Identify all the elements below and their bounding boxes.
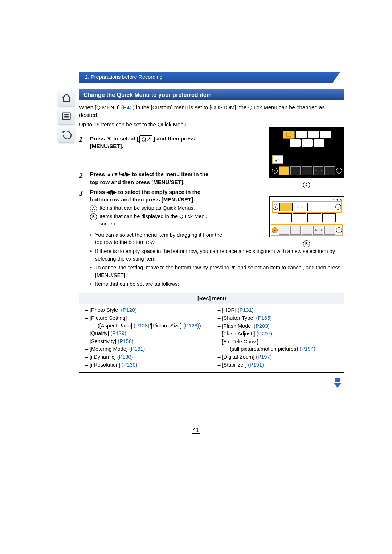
- rec-menu-col-left: [Photo Style] (P120)[Picture Setting]([A…: [79, 304, 212, 372]
- page-ref-link[interactable]: (P131): [238, 307, 254, 313]
- step-2-number: 2: [79, 170, 90, 186]
- svg-rect-8: [335, 380, 340, 382]
- annotations: AItems that can be setup as Quick Menus.…: [90, 204, 217, 228]
- page-ref-link[interactable]: (P130): [117, 354, 133, 360]
- intro-p1a: When [Q.MENU]: [79, 104, 121, 110]
- rec-menu-item: [Picture Setting]: [85, 314, 208, 322]
- row2-slot3: [307, 213, 321, 222]
- rec-menu-item: [Sensitivity] (P158): [85, 338, 208, 345]
- badge-vivd: [296, 131, 307, 138]
- slot-5: [324, 166, 335, 175]
- badge-mono: [320, 131, 331, 138]
- page-ref-link[interactable]: (P197): [256, 354, 272, 360]
- home-icon[interactable]: [58, 90, 75, 106]
- rec-menu-item: [Quality] (P129): [85, 330, 208, 337]
- row-mid: [272, 213, 342, 222]
- row3-left-arrow: ‹: [272, 227, 278, 233]
- rec-menu-col-right: [HDR] (P131)[Shutter Type] (P165)[Flash …: [212, 304, 344, 372]
- page-ref-link[interactable]: (P120): [121, 307, 137, 313]
- rec-menu-item: [Flash Mode] (P203): [218, 322, 341, 330]
- main-content: Change the Quick Menu to your preferred …: [79, 89, 344, 373]
- annotation-A: Items that can be setup as Quick Menus.: [99, 204, 195, 212]
- step-1-number: 1: [79, 134, 90, 150]
- row3-slot5: [324, 226, 335, 235]
- page-ref-link[interactable]: (P161): [129, 346, 145, 352]
- row1-slot3: [307, 203, 320, 211]
- row1-slot1: [279, 203, 293, 211]
- label-A: A: [269, 180, 344, 188]
- row2-slot1: [278, 213, 292, 222]
- page-ref-link[interactable]: (P158): [118, 338, 134, 344]
- page-ref-link[interactable]: (P194): [299, 346, 315, 352]
- label-B: B: [269, 239, 344, 247]
- row1-slot4: [322, 203, 335, 211]
- back-icon[interactable]: [58, 126, 75, 142]
- screen-illustration-bottom: 1 2 3 ‹ AFS ›: [269, 196, 344, 237]
- page-ref-link[interactable]: (P165): [256, 315, 272, 321]
- rec-menu-heading: [Rec] menu: [79, 293, 344, 304]
- step-3-number: 3: [79, 188, 90, 228]
- page-ref-link[interactable]: (P130): [122, 362, 138, 368]
- page-ref-link[interactable]: (P203): [254, 323, 270, 329]
- illustration-group: Q✎ ‹ AUTO › A 1 2 3 ‹ AFS: [269, 127, 344, 247]
- rec-menu-subline: ([Aspect Ratio] (P128)/[Picture Size] (P…: [90, 322, 208, 330]
- breadcrumb: 2. Preparations before Recording: [85, 74, 163, 80]
- rec-menu-table: [Rec] menu [Photo Style] (P120)[Picture …: [79, 293, 344, 373]
- page-ref-link[interactable]: (P129): [110, 330, 126, 336]
- row2-slot4: [322, 213, 336, 222]
- svg-rect-4: [287, 133, 291, 136]
- link-p40[interactable]: (P40): [121, 104, 135, 110]
- rec-menu-item: [Stabilizer] (P191): [218, 361, 341, 369]
- page-ref-link[interactable]: (P191): [248, 362, 264, 368]
- bullet-3: To cancel the setting, move to the botto…: [90, 264, 344, 279]
- step-3-title: Press ◀/▶ to select the empty space in t…: [90, 189, 200, 203]
- slot-2: [290, 166, 301, 175]
- row1-right-arrow: ›: [335, 204, 341, 210]
- section-heading: Change the Quick Menu to your preferred …: [79, 89, 344, 100]
- rec-menu-item: ([Aspect Ratio] (P128)/[Picture Size] (P…: [85, 322, 208, 330]
- side-nav: [58, 90, 76, 144]
- slot-1: [279, 166, 289, 175]
- step-1-title: Press ▼ to select [] and then press [MEN…: [90, 135, 195, 149]
- nav-left-icon: ‹: [272, 168, 278, 174]
- bottom-bar: ‹ AUTO ›: [272, 166, 342, 175]
- row3-slot2: [290, 226, 301, 235]
- svg-rect-7: [335, 378, 340, 380]
- row1-slot-afs: AFS: [294, 203, 307, 211]
- page-ref-link[interactable]: (P207): [257, 331, 273, 337]
- rec-menu-item: [Ex. Tele Conv.]: [218, 338, 341, 346]
- bullet-2: If there is no empty space in the bottom…: [90, 248, 344, 262]
- annotation-B: Items that can be displayed in the Quick…: [99, 213, 217, 228]
- badge-cust: [314, 139, 324, 147]
- bullet-4: Items that can be set are as follows:: [90, 280, 344, 288]
- row3-slot1: [279, 226, 289, 235]
- row1-left-arrow: ‹: [273, 204, 278, 210]
- rec-menu-item: [Shutter Type] (P165): [218, 314, 341, 322]
- rec-menu-item: [i.Resolution] (P130): [85, 361, 208, 369]
- screen-illustration-top: Q✎ ‹ AUTO ›: [269, 127, 344, 178]
- section-title: Change the Quick Menu to your preferred …: [83, 91, 212, 99]
- nav-right-icon: ›: [336, 168, 342, 174]
- page-ref-link[interactable]: (P128): [134, 323, 150, 329]
- page-ref-link[interactable]: (P128): [183, 323, 199, 329]
- svg-line-6: [145, 140, 146, 142]
- toc-icon[interactable]: [58, 108, 75, 124]
- row2-slot2: [293, 213, 307, 222]
- rec-menu-item: (still pictures/motion pictures) (P194): [218, 345, 341, 353]
- row-B: ‹ AUTO ›: [272, 225, 342, 235]
- rec-menu-item: [i.Dynamic] (P130): [85, 353, 208, 361]
- qf-icon: Q✎: [272, 155, 283, 164]
- rec-menu-item: [HDR] (P131): [218, 306, 341, 314]
- continue-arrow-icon: [331, 377, 344, 391]
- page-number: 41: [0, 427, 392, 434]
- svg-marker-9: [334, 383, 342, 388]
- rec-menu-item: [Flash Adjust.] (P207): [218, 330, 341, 338]
- row3-right-arrow: ›: [336, 227, 342, 233]
- bullet-1: You can also set the menu item by draggi…: [90, 231, 226, 246]
- slot-3: [302, 166, 312, 175]
- badge-port: [302, 139, 313, 147]
- step-2-title: Press ▲/▼/◀/▶ to select the menu item in…: [90, 171, 208, 185]
- intro-text: When [Q.MENU] (P40) in the [Custom] menu…: [79, 103, 344, 128]
- row3-slot4: AUTO: [313, 226, 324, 235]
- rec-menu-item: [Metering Mode] (P161): [85, 345, 208, 353]
